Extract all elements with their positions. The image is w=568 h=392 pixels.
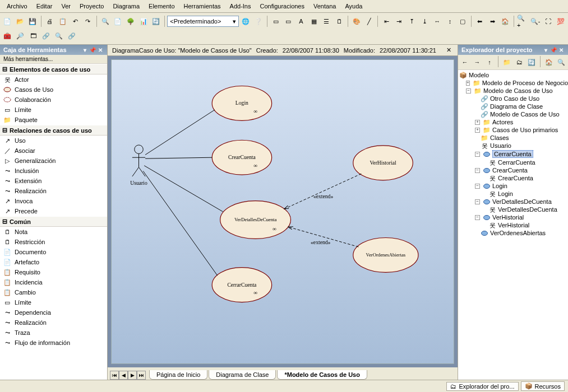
tree-actores[interactable]: +📁Actores [459,118,567,126]
status-tab-explorer[interactable]: 🗂Explorador del pro... [446,382,518,391]
tool-extend[interactable]: ⤳Extensión [0,176,107,186]
usecase-verdetalles[interactable]: VerDetallesDeCuenta ∞ [220,201,291,239]
tool-note[interactable]: 🗒Nota [0,227,107,237]
browser-icon[interactable]: 🌐 [239,15,252,27]
close-icon[interactable]: ✕ [97,46,104,53]
extend-verhistorial[interactable] [284,174,361,209]
usecase-verhistorial[interactable]: VerHistorial [353,146,413,180]
exp-find-icon[interactable]: 🔍 [556,56,567,68]
assoc-actor-login[interactable] [145,110,215,155]
toolbox-section-common[interactable]: ⊟Común [0,216,107,227]
grid-icon[interactable]: ▦ [308,15,320,27]
usecase-crearcuenta[interactable]: CrearCuenta ∞ [212,140,271,175]
refresh-icon[interactable]: 🔄 [150,15,163,27]
help-icon[interactable]: ❔ [252,15,265,27]
tree-verdet[interactable]: −VerDetallesDeCuenta [459,198,567,206]
tool-artifact[interactable]: 📄Artefacto [0,257,107,267]
tool-include[interactable]: ⤳Inclusión [0,166,107,176]
tool-realize[interactable]: ⤳Realización [0,186,107,196]
tool-boundary2[interactable]: ▭Límite [0,297,107,307]
list-icon[interactable]: ☰ [320,15,333,27]
tool-change[interactable]: 📋Cambio [0,287,107,297]
tool-requirement[interactable]: 📋Requisito [0,267,107,277]
tool-usecase[interactable]: Casos de Uso [0,85,107,95]
layout1-icon[interactable]: ▭ [270,15,282,27]
actor-usuario[interactable]: Usuario [130,145,147,186]
tool-constraint[interactable]: 🗒Restricción [0,237,107,247]
menu-proyecto[interactable]: Proyecto [75,1,108,11]
find-icon[interactable]: 🔎 [14,30,26,42]
usecase-verordenes[interactable]: VerOrdenesAbiertas [353,237,418,272]
pin-icon[interactable]: 📌 [550,46,557,53]
menu-archivo[interactable]: Archivo [2,1,32,11]
tool-associate[interactable]: ／Asociar [0,146,107,156]
collapse-icon[interactable]: − [475,168,480,173]
note-icon[interactable]: 🗒 [333,15,345,27]
exp-diagram-icon[interactable]: 🗂 [514,56,525,68]
search-icon[interactable]: 🔍 [99,15,112,27]
tree-casosprim[interactable]: +📁Casos de Uso primarios [459,126,567,134]
tool-infoflow[interactable]: ⤳Flujo de información [0,338,107,348]
zoom2-icon[interactable]: 🔍 [53,30,65,42]
exp-up-icon[interactable]: ↑ [484,56,495,68]
tab-pagina-inicio[interactable]: Página de Inicio [149,370,207,380]
zoom-100-icon[interactable]: 💯 [555,15,567,27]
tree-mcu[interactable]: −📁Modelo de Casos de Uso [459,87,567,95]
chevron-down-icon[interactable]: ▾ [81,46,88,53]
url-icon[interactable]: 🔗 [66,30,78,42]
tree-diagclase[interactable]: 🔗Diagrama de Clase [459,102,567,110]
close-icon[interactable]: ✕ [558,46,565,53]
tool-issue[interactable]: 📋Incidencia [0,277,107,287]
align-bottom-icon[interactable]: ⤓ [418,15,431,27]
tab-scroll-first-icon[interactable]: ⏮ [110,371,119,380]
undo-icon[interactable]: ↶ [69,15,81,27]
menu-editar[interactable]: Editar [32,1,57,11]
space-v-icon[interactable]: ↕ [444,15,456,27]
tab-diagrama-clase[interactable]: Diagrama de Clase [209,370,276,380]
tree-clases[interactable]: 📁Clases [459,134,567,142]
toolbox-more[interactable]: Más herramientas... [0,55,107,64]
menu-elemento[interactable]: Elemento [144,1,179,11]
tree-cerrar-assoc[interactable]: 옷CerrarCuenta [459,158,567,166]
collapse-icon[interactable]: − [475,215,480,220]
assoc-actor-detalles[interactable] [144,166,223,212]
tab-scroll-prev-icon[interactable]: ◀ [119,371,128,380]
menu-diagrama[interactable]: Diagrama [108,1,144,11]
tbx-icon[interactable]: 🧰 [1,30,13,42]
new-icon[interactable]: 📄 [1,15,13,27]
toolbox-section-relations[interactable]: ⊟Relaciones de casos de uso [0,125,107,136]
home-icon[interactable]: 🏠 [499,15,511,27]
expand-icon[interactable]: + [475,128,480,133]
status-tab-resources[interactable]: 📦Recursos [521,381,565,391]
tool-document[interactable]: 📄Documento [0,247,107,257]
zoom-fit-icon[interactable]: ⛶ [542,15,554,27]
exp-home-icon[interactable]: 🏠 [543,56,555,68]
paste-icon[interactable]: 📄 [112,15,124,27]
assoc-actor-crear[interactable] [145,157,212,158]
toolbox-section-elements[interactable]: ⊟Elementos de casos de uso [0,64,107,74]
tool-invoke[interactable]: ↗Invoca [0,196,107,206]
menu-ayuda[interactable]: Ayuda [340,1,367,11]
forward-icon[interactable]: ➡ [487,15,499,27]
align-top-icon[interactable]: ⤒ [406,15,418,27]
collapse-icon[interactable]: − [475,152,480,157]
tab-scroll-last-icon[interactable]: ⏭ [137,371,146,380]
save-icon[interactable]: 💾 [26,15,39,27]
usecase-login[interactable]: Login ∞ [212,86,271,120]
same-size-icon[interactable]: ▢ [456,15,469,27]
tool-precede[interactable]: ↗Precede [0,206,107,216]
menu-herramientas[interactable]: Herramientas [179,1,225,11]
diagram-canvas[interactable]: Usuario Login ∞ CrearCuenta ∞ VerHistori… [111,59,454,364]
menu-configuraciones[interactable]: Configuraciones [256,1,310,11]
align-left-icon[interactable]: ⇤ [380,15,392,27]
tree-mcu2[interactable]: 🔗Modelo de Casos de Uso [459,110,567,118]
expand-icon[interactable]: + [475,120,480,125]
tool-trace[interactable]: ⤳Traza [0,328,107,338]
collapse-icon[interactable]: − [475,184,480,189]
tree-root[interactable]: 📦Modelo [459,71,567,79]
usecase-cerrarcuenta[interactable]: CerrarCuenta ∞ [212,268,271,302]
collapse-icon[interactable]: − [475,199,480,204]
tree-verhist-assoc[interactable]: 옷VerHistorial [459,221,567,229]
window-icon[interactable]: 🗔 [27,30,39,42]
chevron-down-icon[interactable]: ▾ [542,46,549,53]
